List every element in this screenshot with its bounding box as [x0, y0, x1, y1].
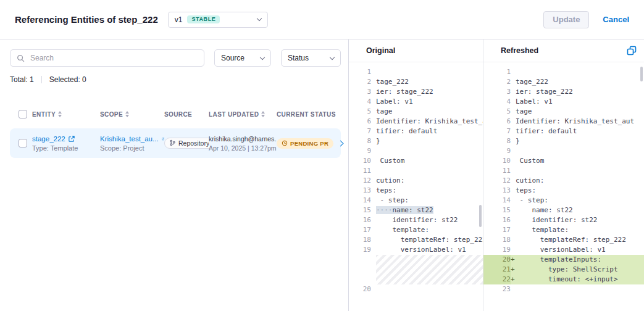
status-badge: PENDING PR [277, 138, 333, 149]
last-updated-cell: krishika.singh@harnes... Apr 10, 2025 | … [209, 135, 277, 152]
code-line: 2tage_222 [483, 77, 644, 87]
sort-icon[interactable] [125, 111, 129, 117]
line-number: 7 [349, 126, 371, 136]
line-number: 11 [483, 166, 511, 176]
line-number: 5 [483, 107, 511, 117]
code-line: 9 [483, 146, 644, 156]
row-expand-chevron-icon[interactable] [338, 140, 344, 146]
code-text: tage_222 [511, 77, 644, 87]
select-all-checkbox[interactable] [19, 110, 27, 118]
scope-link[interactable]: Krishika_test_au... [100, 135, 164, 143]
scope-name-link[interactable]: Krishika_test_au... [100, 135, 159, 143]
source-filter-dropdown[interactable]: Source [214, 49, 271, 67]
code-line: 16 identifier: st22 [483, 215, 644, 225]
updated-by: krishika.singh@harnes... [209, 135, 277, 143]
source-cell: Repository [164, 138, 209, 149]
code-text: Identifier: Krishika_test_aut [511, 117, 644, 126]
line-number: 16 [349, 215, 371, 225]
code-text: - step: [371, 196, 483, 205]
line-number: 13 [483, 186, 511, 196]
scope-detail: Scope: Project [100, 144, 164, 152]
scope-cell: Krishika_test_au... Scope: Project [100, 135, 164, 152]
table-row[interactable]: stage_222 Type: Template Krishika_test_a… [10, 128, 341, 158]
code-text: name: st22 [511, 205, 644, 215]
code-line: 5tage [349, 107, 483, 117]
code-line: 14 - step: [483, 196, 644, 205]
code-line: 17 template: [349, 225, 483, 235]
code-line: 16 identifier: st22 [349, 215, 483, 225]
code-line: 11 [483, 166, 644, 176]
code-text: } [511, 136, 644, 146]
code-line: 12cution: [349, 176, 483, 186]
original-pane: Original 12tage_2223ier: stage_2224Label… [349, 39, 483, 311]
search-box[interactable] [10, 49, 204, 67]
line-number: 6 [349, 117, 371, 126]
code-text [371, 146, 483, 156]
row-checkbox[interactable] [19, 139, 27, 147]
line-number: 20+ [483, 255, 511, 265]
code-line: 11 [349, 166, 483, 176]
column-source: SOURCE [164, 111, 209, 118]
sort-icon[interactable] [58, 111, 62, 117]
column-current-status: CURRENT STATUS [277, 111, 338, 118]
code-text [511, 284, 644, 294]
filters-row: Source Status [10, 49, 341, 67]
refreshed-pane-header: Refreshed [483, 39, 644, 62]
code-text: ier: stage_222 [511, 87, 644, 97]
version-selector[interactable]: v1 STABLE [168, 12, 268, 28]
code-line: 7tifier: default [483, 126, 644, 136]
line-number: 9 [483, 146, 511, 156]
original-title: Original [366, 46, 395, 55]
code-text [511, 146, 644, 156]
scrollbar-thumb[interactable] [640, 67, 643, 81]
entity-type: Type: Template [32, 144, 100, 152]
line-number: 19 [349, 245, 371, 255]
line-number: 14 [483, 196, 511, 205]
entity-name-link[interactable]: stage_222 [32, 135, 65, 143]
column-entity: ENTITY [32, 111, 100, 118]
code-line: 14 - step: [349, 196, 483, 205]
scrollbar-thumb[interactable] [479, 205, 482, 227]
column-label: ENTITY [32, 111, 56, 118]
code-text: timeout: <+input> [511, 275, 644, 284]
code-line: 19 versionLabel: v1 [483, 245, 644, 255]
code-text: - step: [511, 196, 644, 205]
original-code: 12tage_2223ier: stage_2224Label: v15tage… [349, 62, 483, 311]
sort-icon[interactable] [261, 111, 265, 117]
code-line: 20 [349, 284, 483, 294]
chevron-down-icon [260, 54, 265, 59]
updated-at: Apr 10, 2025 | 13:27pm [209, 144, 277, 152]
code-text: cution: [511, 176, 644, 186]
code-text: versionLabel: v1 [371, 245, 483, 255]
code-line: 7tifier: default [349, 126, 483, 136]
entity-link[interactable]: stage_222 [32, 135, 100, 143]
repository-icon [169, 139, 176, 146]
code-text [511, 166, 644, 176]
line-number: 12 [483, 176, 511, 186]
search-input[interactable] [29, 53, 198, 63]
code-line: 15 name: st22 [483, 205, 644, 215]
code-line: 10 Custom [349, 156, 483, 166]
total-count: Total: 1 [10, 75, 34, 84]
line-number: 2 [349, 77, 371, 87]
code-text [511, 67, 644, 77]
line-number: 4 [349, 97, 371, 107]
source-badge-label: Repository [178, 139, 209, 147]
status-filter-dropdown[interactable]: Status [281, 49, 341, 67]
code-line: 5tage [483, 107, 644, 117]
code-text: tifier: default [511, 126, 644, 136]
line-number: 22+ [483, 275, 511, 284]
code-line: 22+ timeout: <+input> [483, 275, 644, 284]
code-line: 1 [349, 67, 483, 77]
line-number: 15 [483, 205, 511, 215]
code-line: 12cution: [483, 176, 644, 186]
code-text: Label: v1 [371, 97, 483, 107]
code-line: 2tage_222 [349, 77, 483, 87]
update-button[interactable]: Update [543, 11, 589, 28]
cancel-button[interactable]: Cancel [603, 15, 629, 24]
status-filter-label: Status [288, 54, 309, 62]
line-number: 13 [349, 186, 371, 196]
column-label: SOURCE [164, 111, 192, 118]
copy-button[interactable] [627, 46, 637, 56]
line-number: 1 [349, 67, 371, 77]
